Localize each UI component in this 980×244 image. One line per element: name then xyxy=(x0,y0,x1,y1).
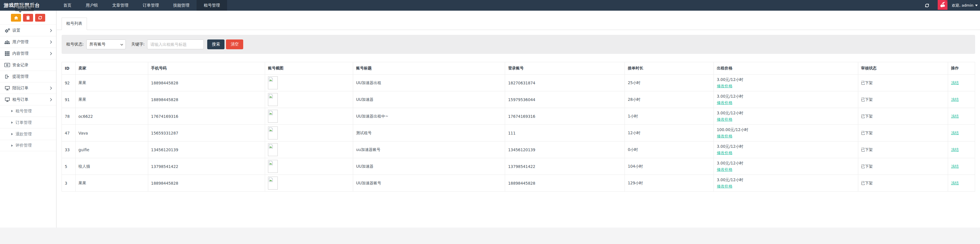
tab-rental-list[interactable]: 租号列表 xyxy=(62,18,87,30)
avatar[interactable] xyxy=(938,0,948,10)
account-screenshot-broken-image[interactable] xyxy=(268,126,278,139)
broken-image-icon xyxy=(269,128,273,132)
sign-out-icon xyxy=(3,74,11,79)
refresh-icon[interactable] xyxy=(925,3,929,8)
cell-title: UU加速器账号 xyxy=(353,175,505,191)
sidebar-subitem-order-management[interactable]: 订单管理 xyxy=(0,116,56,128)
home-button[interactable] xyxy=(11,14,21,22)
edit-price-link[interactable]: 修改价格 xyxy=(717,167,732,172)
edit-price-link[interactable]: 修改价格 xyxy=(717,150,732,155)
freeze-link[interactable]: 冻结 xyxy=(951,131,959,135)
navbar-right: 欢迎, admin xyxy=(925,0,980,11)
keyword-input[interactable] xyxy=(147,40,204,49)
sidebar-item-withdrawal-management[interactable]: 提现管理 xyxy=(0,70,56,82)
account-screenshot-broken-image[interactable] xyxy=(268,143,278,156)
account-screenshot-broken-image[interactable] xyxy=(268,110,278,123)
edit-price-link[interactable]: 修改价格 xyxy=(717,117,732,121)
cell-hours: 28小时 xyxy=(625,91,714,108)
cell-hours: 129小时 xyxy=(625,175,714,191)
sidebar-item-rental-orders[interactable]: 租号订单 xyxy=(0,94,56,105)
sidebar-subitem-label: 退款管理 xyxy=(16,132,32,137)
caret-right-icon xyxy=(11,110,13,112)
cell-status: 已下架 xyxy=(858,158,948,175)
cell-screenshot xyxy=(265,175,353,191)
cell-title: 测试租号 xyxy=(353,125,505,142)
cell-id: 3 xyxy=(62,175,76,191)
sidebar-item-label: 设置 xyxy=(13,28,21,33)
sidebar-subitem-label: 订单管理 xyxy=(16,120,32,125)
cell-status: 已下架 xyxy=(858,175,948,191)
nav-item[interactable]: 租号管理 xyxy=(197,0,227,11)
freeze-link[interactable]: 冻结 xyxy=(951,164,959,169)
column-header: 审核状态 xyxy=(858,62,948,75)
table-row: 47 Vava 15659331287 测试租号 111 12小时 100.00… xyxy=(62,125,975,142)
freeze-link[interactable]: 冻结 xyxy=(951,181,959,185)
nav-item[interactable]: 首页 xyxy=(56,0,79,11)
edit-price-link[interactable]: 修改价格 xyxy=(717,83,732,88)
cell-status: 已下架 xyxy=(858,142,948,158)
nav-item[interactable]: 订单管理 xyxy=(135,0,166,11)
trash-button[interactable] xyxy=(23,14,33,22)
sidebar-item-user-management[interactable]: 用户管理 xyxy=(0,36,56,48)
column-header: 接单时长 xyxy=(625,62,714,75)
cell-screenshot xyxy=(265,158,353,175)
broken-image-icon xyxy=(269,94,273,99)
trash-icon xyxy=(26,16,30,20)
table-row: 5 咬人猫 13798541422 UU加速器 13798541422 104小… xyxy=(62,158,975,175)
nav-item[interactable]: 文章管理 xyxy=(105,0,135,11)
edit-price-link[interactable]: 修改价格 xyxy=(717,184,732,188)
sidebar-item-content-management[interactable]: 内容管理 xyxy=(0,48,56,59)
cell-seller: 果果 xyxy=(75,75,148,91)
cell-seller: 果果 xyxy=(75,91,148,108)
rental-table: ID卖家手机号码账号截图账号标题登录账号接单时长出租价格审核状态操作 92 果果… xyxy=(62,62,975,191)
cell-login-account: 15979536044 xyxy=(505,91,625,108)
tab-bar: 租号列表 xyxy=(57,18,980,30)
column-header: 卖家 xyxy=(75,62,148,75)
cell-status: 已下架 xyxy=(858,125,948,142)
freeze-link[interactable]: 冻结 xyxy=(951,80,959,85)
cell-login-account: 13456120139 xyxy=(505,142,625,158)
column-header: 手机号码 xyxy=(148,62,265,75)
freeze-link[interactable]: 冻结 xyxy=(951,114,959,118)
cell-phone: 18898445828 xyxy=(148,75,265,91)
price-text: 3.00元/12小时 xyxy=(717,94,855,99)
sidebar-item-settings[interactable]: 设置 xyxy=(0,24,56,36)
account-screenshot-broken-image[interactable] xyxy=(268,77,278,89)
cell-action: 冻结 xyxy=(948,91,975,108)
cell-price: 3.00元/12小时 修改价格 xyxy=(714,158,858,175)
nav-menu: 首页用户组文章管理订单管理技能管理租号管理 xyxy=(56,0,227,11)
table-row: 92 果果 18898445828 UU加速器出租 18270631874 25… xyxy=(62,75,975,91)
chevron-right-icon xyxy=(50,98,52,101)
account-screenshot-broken-image[interactable] xyxy=(268,93,278,106)
cell-screenshot xyxy=(265,91,353,108)
freeze-link[interactable]: 冻结 xyxy=(951,97,959,102)
sidebar-item-companion-orders[interactable]: 陪玩订单 xyxy=(0,82,56,94)
sidebar-subitem-rental-management[interactable]: 租号管理 xyxy=(0,105,56,116)
freeze-link[interactable]: 冻结 xyxy=(951,147,959,152)
cell-phone: 13798541422 xyxy=(148,158,265,175)
cell-hours: 1小时 xyxy=(625,108,714,125)
edit-price-link[interactable]: 修改价格 xyxy=(717,100,732,105)
clear-button[interactable]: 清空 xyxy=(226,40,243,49)
sidebar-subitem-review-management[interactable]: 评价管理 xyxy=(0,140,56,151)
account-screenshot-broken-image[interactable] xyxy=(268,160,278,173)
cell-login-account: 111 xyxy=(505,125,625,142)
sidebar-item-fund-records[interactable]: 资金记录 xyxy=(0,59,56,70)
cell-seller: Vava xyxy=(75,125,148,142)
cell-login-account: 17674169316 xyxy=(505,108,625,125)
nav-item[interactable]: 用户组 xyxy=(79,0,105,11)
cell-hours: 25小时 xyxy=(625,75,714,91)
rental-status-select[interactable]: 所有账号 xyxy=(86,40,126,49)
edit-price-link[interactable]: 修改价格 xyxy=(717,134,732,138)
cell-seller: guifie xyxy=(75,142,148,158)
search-button[interactable]: 搜索 xyxy=(207,40,224,49)
account-screenshot-broken-image[interactable] xyxy=(268,177,278,190)
broken-image-icon xyxy=(269,161,273,165)
keyword-label: 关键字: xyxy=(131,42,145,47)
cell-title: UU加速器出租中~ xyxy=(353,108,505,125)
user-dropdown[interactable]: 欢迎, admin xyxy=(952,3,978,8)
sidebar-subitem-refund-management[interactable]: 退款管理 xyxy=(0,128,56,140)
nav-item[interactable]: 技能管理 xyxy=(166,0,197,11)
clear-cache-button[interactable] xyxy=(35,14,45,22)
cell-price: 3.00元/12小时 修改价格 xyxy=(714,91,858,108)
